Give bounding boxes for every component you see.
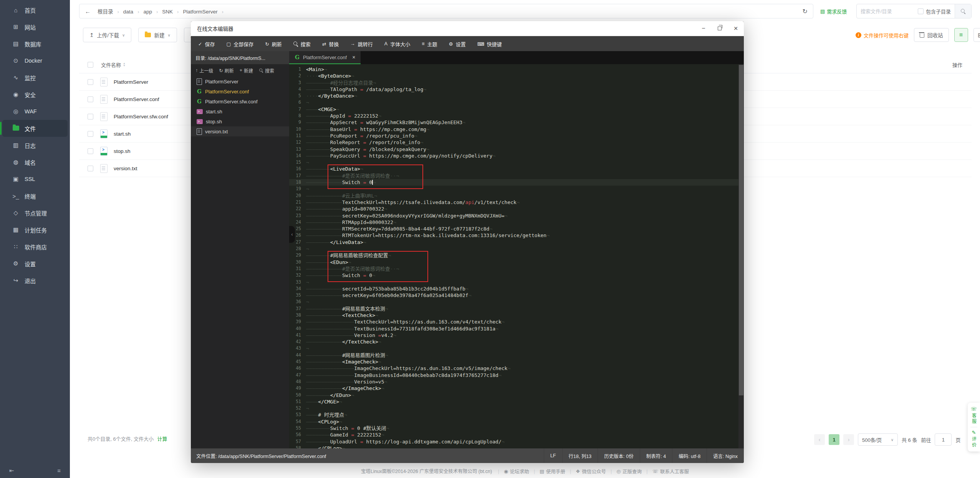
close-button[interactable]: × — [728, 21, 744, 36]
collapse-sidebar-icon[interactable]: ⇤ — [9, 467, 14, 474]
code-line[interactable]: 16————————<LiveData>¬ — [289, 166, 744, 172]
editor-scrollbar[interactable] — [738, 64, 744, 448]
minimize-button[interactable]: − — [695, 21, 712, 36]
sidebar-item-files[interactable]: 文件 — [2, 120, 68, 137]
row-checkbox[interactable] — [88, 166, 93, 171]
row-checkbox[interactable] — [88, 148, 93, 154]
maximize-button[interactable] — [712, 21, 728, 36]
sidebar-item-docker[interactable]: ⊙Docker — [2, 52, 68, 69]
editor-toolbar-save-all-button[interactable]: ▢全部保存 — [221, 36, 260, 51]
code-line[interactable]: 42————————————</TextCheck>¬ — [289, 339, 744, 345]
code-line[interactable]: 51————</CMGE>¬ — [289, 398, 744, 405]
code-line[interactable]: 3————————#经分日志埋点目录¬ — [289, 80, 744, 86]
sidebar-item-domain[interactable]: ◍域名 — [2, 154, 68, 171]
code-line[interactable]: 52¬ — [289, 405, 744, 412]
sidebar-item-waf[interactable]: ◎WAF — [2, 103, 68, 120]
code-line[interactable]: 17————————————#是否关闭敏感词检查··¬ — [289, 173, 744, 179]
code-line[interactable]: 47————————————————ImageBusinessId=08440c… — [289, 372, 744, 378]
code-line[interactable]: 5····</ByteDance>¬ — [289, 93, 744, 99]
code-line[interactable]: 43¬ — [289, 345, 744, 352]
sidebar-item-logs[interactable]: ▥日志 — [2, 137, 68, 154]
tree-item[interactable]: version.txt — [191, 126, 289, 136]
status-item[interactable]: 制表符: 4 — [640, 448, 672, 463]
editor-toolbar-replace-button[interactable]: ⇄替换 — [316, 36, 345, 51]
editor-toolbar-save-button[interactable]: ✓保存 — [192, 36, 221, 51]
status-item[interactable]: 历史版本: 0份 — [598, 448, 639, 463]
sidebar-item-database[interactable]: ▤数据库 — [2, 35, 68, 52]
select-all-checkbox[interactable] — [88, 62, 93, 68]
code-line[interactable]: 58————</CPLog>¬ — [289, 445, 744, 448]
calc-size-link[interactable]: 计算 — [157, 436, 167, 442]
code-line[interactable]: 38————————————<TextCheck>¬ — [289, 312, 744, 319]
code-line[interactable]: 41————————————————Version =v4.2¬ — [289, 332, 744, 339]
status-item[interactable]: 语言: Nginx — [707, 448, 744, 463]
tree-item[interactable]: GPlatformServer.sfw.conf — [191, 96, 289, 106]
code-line[interactable]: 7————<CMGE>¬ — [289, 106, 744, 113]
code-line[interactable]: 45————————————<ImageCheck>¬ — [289, 358, 744, 365]
list-view-toggle[interactable]: ≡ — [954, 28, 968, 42]
code-line[interactable]: 15¬ — [289, 159, 744, 166]
code-line[interactable]: 22————————————appId=80700322¬ — [289, 206, 744, 212]
code-line[interactable]: 11————————PcuReport = /report/pcu_info¬ — [289, 133, 744, 139]
breadcrumb-item[interactable]: app — [142, 9, 154, 15]
code-line[interactable]: 50————————</EDun>¬ — [289, 392, 744, 398]
code-line[interactable]: 14————————PaySuccUrl = https://mp.cmge.c… — [289, 153, 744, 159]
code-line[interactable]: 26————————————RTMTokenUrl=https://rtm-nx… — [289, 232, 744, 239]
sidebar-item-monitor[interactable]: ∿监控 — [2, 69, 68, 86]
scrollbar-thumb[interactable] — [739, 65, 743, 395]
tree-item[interactable]: GPlatformServer.conf — [191, 86, 289, 96]
code-line[interactable]: 28¬ — [289, 246, 744, 252]
code-line[interactable]: 35————————————secretKey=6f05eb0de3978a47… — [289, 292, 744, 299]
page-number-input[interactable] — [935, 433, 952, 446]
tab-close-icon[interactable]: × — [352, 54, 355, 60]
code-line[interactable]: 48————————————————Version=v5¬ — [289, 378, 744, 385]
sidebar-item-ssl[interactable]: ▣SSL — [2, 171, 68, 188]
sidebar-item-cron[interactable]: ▦计划任务 — [2, 221, 68, 238]
editor-toolbar-search-button[interactable]: 搜索 — [288, 36, 316, 51]
row-checkbox[interactable] — [88, 114, 93, 120]
code-line[interactable]: 32————————————Switch = 0¬ — [289, 272, 744, 279]
feedback-link[interactable]: ▤ 需求反馈 — [820, 8, 847, 15]
code-line[interactable]: 9————————AppSecret = wQaGyyFihmCkBzBMijw… — [289, 119, 744, 126]
code-line[interactable]: 54————<CPLog>¬ — [289, 418, 744, 425]
tree-toolbar-refresh-button[interactable]: ↻刷新 — [219, 67, 234, 74]
sidebar-item-terminal[interactable]: >_终端 — [2, 188, 68, 204]
code-line[interactable]: 2····<ByteDance>¬ — [289, 73, 744, 79]
tree-item[interactable]: >_start.sh — [191, 106, 289, 116]
editor-toolbar-shortcuts-button[interactable]: ⌨快捷键 — [472, 36, 508, 51]
editor-toolbar-goto-line-button[interactable]: →跳转行 — [344, 36, 379, 51]
code-line[interactable]: 24————————————RTMAppId=80000322¬ — [289, 219, 744, 226]
search-button[interactable] — [955, 4, 971, 18]
code-line[interactable]: 55————————Switch = 0 #默认关闭¬ — [289, 425, 744, 432]
code-line[interactable]: 34————————————secretId=b753baba85b4b1b3c… — [289, 285, 744, 292]
code-line[interactable]: 8————————AppId = 22222152¬ — [289, 113, 744, 119]
footer-link-support[interactable]: ☏联系人工客服 — [652, 468, 689, 475]
footer-link-manual[interactable]: ▤使用手册 — [540, 468, 565, 475]
tree-item[interactable]: PlatformServer — [191, 76, 289, 86]
code-line[interactable]: 49————————————</ImageCheck>¬ — [289, 385, 744, 392]
code-line[interactable]: 19¬ — [289, 186, 744, 192]
code-line[interactable]: 53————# 时光埋点¬ — [289, 412, 744, 418]
row-checkbox[interactable] — [88, 79, 93, 85]
upload-download-button[interactable]: ↥ 上传/下载 ∨ — [83, 28, 131, 42]
search-input[interactable] — [857, 8, 918, 14]
tree-item[interactable]: >_stop.sh — [191, 116, 289, 126]
prev-page-button[interactable]: ‹ — [814, 434, 825, 445]
code-line[interactable]: 12————————RoleReport = /report/role_info… — [289, 139, 744, 146]
status-item[interactable]: 编码: utf-8 — [672, 448, 707, 463]
create-button[interactable]: 新建 ∨ — [138, 28, 177, 42]
code-line[interactable]: 29————————#网易易盾敏感词检查配置¬ — [289, 252, 744, 259]
tree-toolbar-create-button[interactable]: +新建 — [240, 67, 253, 74]
code-line[interactable]: 18————————————Switch = 0¬ — [289, 179, 744, 186]
sidebar-item-home[interactable]: ⌂首页 — [2, 2, 68, 18]
breadcrumb-item[interactable]: data — [122, 9, 135, 15]
editor-toolbar-theme-button[interactable]: ≡主题 — [416, 36, 443, 51]
code-line[interactable]: 40————————————————TextBusinessId=77318fa… — [289, 325, 744, 332]
code-line[interactable]: 36¬ — [289, 299, 744, 305]
sidebar-item-security[interactable]: ◉安全 — [2, 86, 68, 103]
code-line[interactable]: 57————————UploadUrl = https://log-api.dd… — [289, 438, 744, 445]
filename-column-header[interactable]: 文件名称 ▲▼ — [101, 61, 126, 68]
code-line[interactable]: 6¬ — [289, 99, 744, 106]
footer-link-wechat[interactable]: ❖微信公众号 — [576, 468, 606, 475]
sidebar-item-node[interactable]: ◇节点管理 — [2, 204, 68, 221]
